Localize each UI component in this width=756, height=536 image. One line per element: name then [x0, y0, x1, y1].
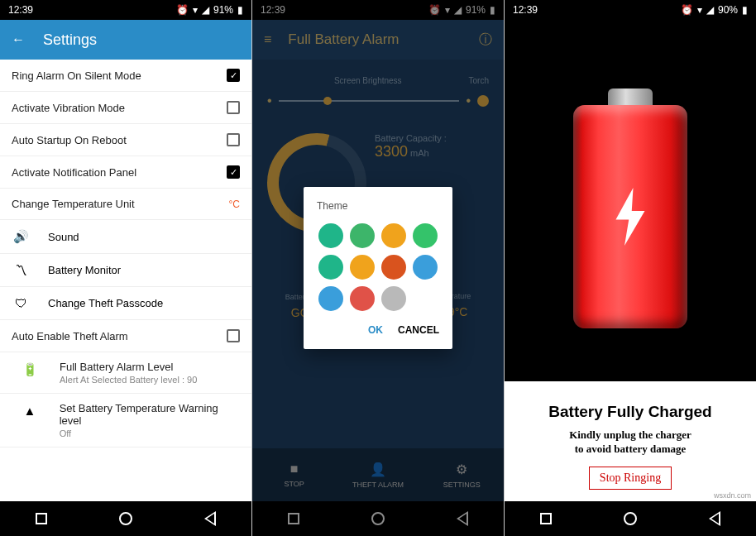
status-bar: 12:39 ⏰ ▾ ◢ 90% ▮	[505, 0, 756, 20]
alert-panel: Battery Fully Charged Kindly unplug the …	[505, 381, 756, 501]
color-swatch[interactable]	[350, 223, 375, 248]
lightning-bolt-icon	[611, 188, 649, 246]
dialog-title: Theme	[317, 200, 439, 212]
warning-icon: ▲	[22, 404, 38, 418]
battery-pct: 91%	[213, 4, 233, 16]
row-sound[interactable]: 🔊Sound	[0, 220, 251, 254]
watermark: wsxdn.com	[714, 491, 751, 500]
settings-screen: 12:39 ⏰ ▾ ◢ 91% ▮ ← Settings Ring Alarm …	[0, 0, 251, 536]
status-time: 12:39	[8, 4, 33, 16]
signal-icon: ◢	[706, 4, 714, 16]
status-bar: 12:39 ⏰ ▾ ◢ 91% ▮	[0, 0, 251, 20]
row-full-battery-level[interactable]: 🔋 Full Battery Alarm LevelAlert At Selec…	[0, 352, 251, 394]
alert-line1: Kindly unplug the charger	[519, 428, 741, 443]
wifi-icon: ▾	[193, 4, 198, 16]
alert-screen: 12:39 ⏰ ▾ ◢ 90% ▮ Battery Fully Charged …	[505, 0, 756, 536]
color-swatch[interactable]	[381, 255, 406, 280]
row-notification-panel[interactable]: Activate Notification Panel✓	[0, 156, 251, 189]
ok-button[interactable]: OK	[368, 324, 383, 336]
recents-button[interactable]	[540, 513, 552, 524]
back-icon[interactable]: ←	[12, 32, 25, 47]
color-swatch[interactable]	[350, 286, 375, 311]
app-bar: ← Settings	[0, 20, 251, 60]
color-swatch[interactable]	[381, 223, 406, 248]
settings-list: Ring Alarm On Silent Mode✓ Activate Vibr…	[0, 60, 251, 501]
color-swatch[interactable]	[318, 223, 343, 248]
color-swatch[interactable]	[413, 223, 438, 248]
color-swatch[interactable]	[318, 255, 343, 280]
page-title: Settings	[43, 31, 97, 49]
row-vibration-mode[interactable]: Activate Vibration Mode	[0, 92, 251, 124]
nav-bar	[0, 501, 251, 536]
recents-button[interactable]	[36, 513, 47, 524]
row-theft-passcode[interactable]: 🛡Change Theft Passcode	[0, 287, 251, 320]
color-swatch[interactable]	[413, 255, 438, 280]
battery-cap-icon	[608, 89, 653, 105]
nav-bar	[505, 501, 756, 536]
temp-unit-value: °C	[229, 199, 240, 210]
dialog-overlay[interactable]: Theme OK CANCEL	[252, 0, 504, 536]
color-swatch[interactable]	[381, 286, 406, 311]
theme-dialog: Theme OK CANCEL	[304, 187, 452, 349]
row-auto-startup[interactable]: Auto Startup On Reboot	[0, 124, 251, 156]
battery-icon: 🔋	[22, 362, 38, 377]
battery-icon: ▮	[237, 4, 243, 16]
alert-line2: to avoid battery damage	[519, 442, 741, 457]
back-button[interactable]	[709, 511, 720, 526]
alarm-icon: ⏰	[176, 4, 189, 16]
row-auto-theft-alarm[interactable]: Auto Enable Theft Alarm	[0, 320, 251, 352]
back-button[interactable]	[204, 511, 216, 526]
checkbox-checked-icon[interactable]: ✓	[227, 165, 240, 179]
status-icons: ⏰ ▾ ◢ 91% ▮	[176, 4, 243, 16]
signal-icon: ◢	[202, 4, 209, 16]
shield-icon: 🛡	[12, 296, 30, 310]
stop-ringing-button[interactable]: Stop Ringing	[589, 467, 672, 490]
battery-body-icon	[573, 105, 687, 328]
wifi-icon: ▾	[697, 4, 702, 16]
row-temp-unit[interactable]: Change Temperature Unit°C	[0, 189, 251, 220]
color-swatch[interactable]	[350, 255, 375, 280]
battery-icon: ▮	[742, 4, 748, 16]
battery-graphic	[505, 20, 756, 381]
home-button[interactable]	[119, 512, 132, 525]
status-time: 12:39	[513, 4, 538, 16]
color-swatch[interactable]	[318, 286, 343, 311]
alarm-icon: ⏰	[681, 4, 693, 16]
main-screen: 12:39 ⏰ ▾ ◢ 91% ▮ ≡ Full Battery Alarm ⓘ…	[252, 0, 504, 536]
cancel-button[interactable]: CANCEL	[398, 324, 439, 336]
home-button[interactable]	[624, 512, 637, 525]
checkbox-checked-icon[interactable]: ✓	[227, 69, 240, 82]
checkbox-icon[interactable]	[227, 329, 240, 342]
chart-line-icon: 〽	[12, 263, 30, 277]
swatch-grid	[317, 223, 439, 311]
checkbox-icon[interactable]	[227, 133, 240, 146]
row-temp-warning[interactable]: ▲ Set Battery Temperature Warning levelO…	[0, 394, 251, 447]
alert-heading: Battery Fully Charged	[519, 403, 741, 421]
row-ring-alarm-silent[interactable]: Ring Alarm On Silent Mode✓	[0, 60, 251, 92]
checkbox-icon[interactable]	[227, 101, 240, 114]
row-battery-monitor[interactable]: 〽Battery Monitor	[0, 254, 251, 287]
battery-pct: 90%	[718, 4, 738, 16]
volume-icon: 🔊	[12, 229, 30, 244]
